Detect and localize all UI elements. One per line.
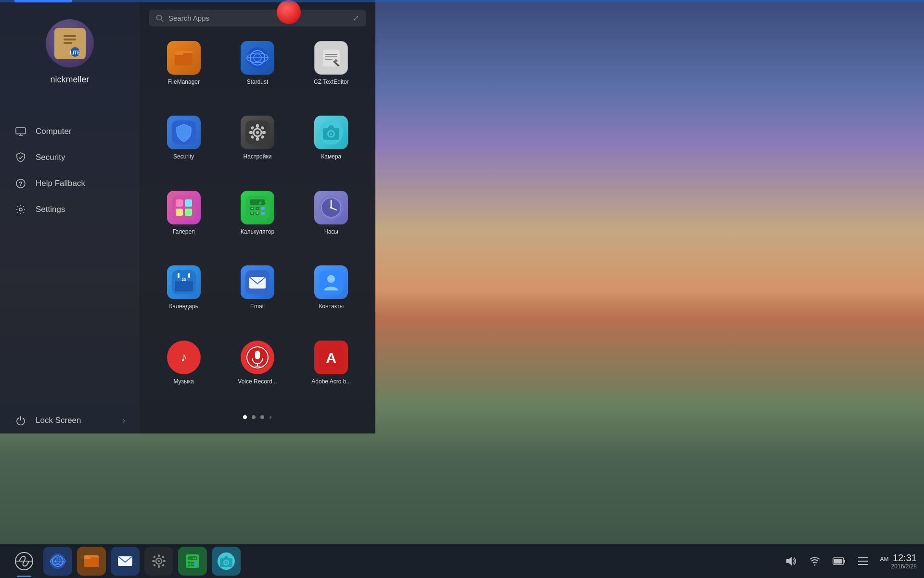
app-icon-clock — [314, 191, 348, 224]
svg-rect-95 — [84, 555, 91, 559]
left-panel: LITE nickmeller Computer Security — [0, 0, 140, 434]
app-item-voicerecorder[interactable]: Voice Record... — [223, 336, 292, 406]
svg-point-29 — [256, 131, 259, 134]
svg-rect-45 — [185, 199, 192, 207]
taskbar-browser[interactable] — [43, 547, 72, 576]
app-name-texteditor: CZ TextEditor — [314, 79, 348, 85]
svg-rect-126 — [834, 559, 842, 564]
taskbar-datetime: AM 12:31 2016/2/28 — [880, 552, 917, 570]
app-item-stardust[interactable]: Stardust — [223, 36, 292, 106]
pagination: › — [149, 406, 366, 424]
volume-icon-svg — [785, 555, 796, 567]
page-dot-2[interactable] — [252, 415, 256, 419]
battery-icon[interactable] — [832, 554, 846, 568]
taskbar: ×÷ — [0, 544, 924, 578]
page-dot-1[interactable] — [243, 415, 247, 419]
app-item-music[interactable]: ♪ Музыка — [149, 336, 218, 406]
app-item-settings-ru[interactable]: Настройки — [223, 111, 292, 181]
svg-rect-1 — [64, 35, 76, 37]
settings-taskbar-icon — [150, 552, 167, 570]
music-icon-svg: ♪ — [172, 345, 196, 369]
stardust-icon-svg — [245, 46, 270, 70]
search-bar[interactable]: Search Apps ⤢ — [149, 10, 366, 26]
app-icon-calendar: 23 — [167, 265, 201, 299]
nav-item-settings[interactable]: Settings — [0, 197, 140, 223]
contacts-icon-svg — [319, 270, 343, 294]
app-name-filemanager: FileManager — [167, 79, 200, 85]
taskbar-launcher[interactable] — [10, 547, 38, 576]
svg-text:×÷: ×÷ — [192, 557, 196, 560]
app-item-camera[interactable]: Камера — [297, 111, 366, 181]
app-item-texteditor[interactable]: CZ TextEditor — [297, 36, 366, 106]
search-icon — [156, 14, 164, 22]
svg-rect-104 — [153, 555, 156, 558]
battery-icon-svg — [833, 555, 845, 567]
nav-item-computer[interactable]: Computer — [0, 118, 140, 144]
svg-rect-46 — [176, 209, 183, 216]
svg-rect-81 — [255, 351, 260, 359]
taskbar-calculator[interactable]: ×÷ — [178, 547, 207, 576]
calculator-icon-svg: × ÷ + - × = — [245, 196, 270, 220]
svg-rect-33 — [262, 131, 266, 134]
app-item-calendar[interactable]: 23 Календарь — [149, 261, 218, 330]
svg-text:?: ? — [19, 180, 23, 187]
nav-item-security[interactable]: Security — [0, 144, 140, 171]
taskbar-camera[interactable] — [212, 547, 241, 576]
top-bar — [0, 0, 924, 2]
security-label: Security — [36, 153, 125, 162]
taskbar-system-tray: AM 12:31 2016/2/28 — [783, 552, 917, 570]
avatar-image-icon: LITE — [58, 30, 82, 57]
app-item-clock[interactable]: Часы — [297, 186, 366, 256]
svg-rect-112 — [191, 562, 194, 564]
email-icon-svg — [245, 270, 270, 294]
shield-icon — [14, 151, 27, 164]
volume-icon[interactable] — [783, 554, 798, 568]
computer-label: Computer — [36, 127, 125, 136]
app-item-calculator[interactable]: × ÷ + - × = Калькулятор — [223, 186, 292, 256]
app-item-acrobat[interactable]: A Adobe Acro b... — [297, 336, 366, 406]
taskbar-filemanager[interactable] — [77, 547, 106, 576]
notification-dot[interactable] — [277, 0, 301, 24]
svg-text:+: + — [251, 206, 254, 210]
calendar-icon-svg: 23 — [172, 270, 196, 294]
page-dot-3[interactable] — [260, 415, 264, 419]
app-icon-music: ♪ — [167, 341, 201, 374]
svg-rect-6 — [16, 128, 26, 134]
browser-taskbar-icon — [49, 552, 66, 570]
svg-point-123 — [814, 565, 816, 566]
help-icon: ? — [14, 177, 27, 190]
clock-icon-svg — [319, 196, 343, 220]
menu-icon[interactable] — [856, 554, 870, 568]
nav-item-help[interactable]: ? Help Fallback — [0, 171, 140, 197]
nav-item-lockscreen[interactable]: Lock Screen › — [0, 407, 140, 434]
avatar[interactable]: LITE — [46, 19, 94, 67]
svg-rect-102 — [152, 560, 155, 562]
app-icon-texteditor — [314, 41, 348, 75]
taskbar-settings[interactable] — [144, 547, 173, 576]
svg-rect-113 — [194, 562, 197, 564]
texteditor-icon-svg — [321, 47, 342, 69]
svg-text:×: × — [251, 211, 254, 215]
app-item-gallery[interactable]: Галерея — [149, 186, 218, 256]
app-name-voicerecorder: Voice Record... — [238, 378, 277, 385]
svg-text:LITE: LITE — [70, 50, 80, 55]
wifi-icon[interactable] — [808, 554, 822, 568]
app-item-filemanager[interactable]: FileManager — [149, 36, 218, 106]
acrobat-icon-svg: A — [319, 345, 343, 369]
svg-rect-57 — [261, 212, 265, 215]
svg-rect-54 — [261, 207, 265, 210]
page-next-icon[interactable]: › — [269, 413, 271, 421]
voicerecorder-icon-svg — [245, 345, 270, 369]
app-name-calendar: Календарь — [169, 303, 198, 310]
filemanager-icon-svg — [173, 47, 194, 69]
svg-rect-32 — [249, 131, 253, 134]
monitor-icon — [14, 125, 27, 138]
app-item-email[interactable]: Email — [223, 261, 292, 330]
app-item-contacts[interactable]: Контакты — [297, 261, 366, 330]
app-icon-settings — [241, 116, 274, 149]
expand-icon[interactable]: ⤢ — [353, 13, 359, 23]
app-item-security[interactable]: Security — [149, 111, 218, 181]
app-name-contacts: Контакты — [319, 303, 344, 310]
taskbar-email[interactable] — [111, 547, 140, 576]
svg-point-12 — [157, 15, 162, 20]
